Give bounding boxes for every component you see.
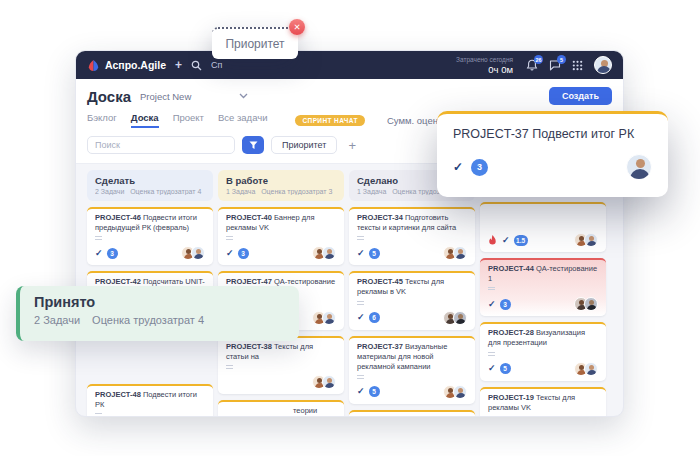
task-id: PROJECT-45 [357,277,405,286]
man-dark-avatar [453,311,467,325]
tab-бэклог[interactable]: Бэклог [87,112,117,128]
task-title: PROJECT-19 Тексты для рекламы VK [488,393,598,413]
search-icon[interactable] [191,60,202,71]
task-card[interactable]: PROJECT-46 Подвести итоги предыдущей РК … [87,207,213,265]
tab-доска[interactable]: Доска [131,112,159,128]
estimate-badge: 3 [471,159,488,176]
avatars [443,311,467,325]
column-meta: 2 Задачи Оценка трудозатрат 4 [95,188,205,195]
task-id: PROJECT-44 [488,264,536,273]
description-icon [226,236,233,241]
man-avatar [322,311,336,325]
check-icon: ✓ [95,249,103,258]
apps-grid-icon[interactable] [572,60,583,71]
accepted-title: Принято [34,294,285,310]
task-card[interactable]: PROJECT-28 Визуализация для презентации✓… [480,322,606,380]
flame-icon [488,235,497,246]
floating-task-title: PROJECT-37 Подвести итог РК [453,127,652,141]
check-icon: ✓ [488,364,496,373]
add-icon[interactable]: + [175,58,182,72]
estimate-badge: 1.5 [514,235,528,246]
accepted-status-card: Принято 2 Задачи Оценка трудозатрат 4 [16,286,299,341]
task-card[interactable]: PROJECT-38 Тексты для статьи на [218,336,344,394]
task-id: PROJECT-28 [488,328,536,337]
task-card[interactable]: PROJECT-19 Тексты для рекламы VK✓1 [480,387,606,418]
task-footer: ✓1.5 [488,233,598,247]
task-title: PROJECT-38 Тексты для статьи на [226,342,336,362]
task-meta: ✓3 [488,299,511,310]
task-id: PROJECT-47 [226,277,274,286]
close-icon[interactable]: ✕ [289,19,305,35]
chat-badge: 5 [557,55,566,64]
man-avatar [453,385,467,399]
filter-button[interactable] [242,136,264,154]
bell-badge: 26 [534,55,543,64]
floating-task-card[interactable]: PROJECT-37 Подвести итог РК ✓ 3 [437,111,668,197]
man-avatar [322,375,336,389]
task-title: PROJECT-45 Тексты для рекламы в VK [357,277,467,297]
task-id: PROJECT-40 [226,213,274,222]
user-avatar[interactable] [594,56,612,74]
task-card[interactable]: PROJECT-23 Итоги РК✓5 [349,410,475,417]
priority-filter-chip[interactable]: Приоритет [271,136,337,154]
task-footer: ✓5 [357,246,467,260]
estimate-badge: 5 [369,386,380,397]
task-card[interactable]: PROJECT-45 Тексты для рекламы в VK✓6 [349,271,475,329]
description-icon [488,287,495,292]
chevron-down-icon[interactable] [239,93,248,99]
task-meta: ✓5 [357,386,380,397]
task-id: PROJECT-42 [95,277,143,286]
task-id: PROJECT-37 [357,342,405,351]
task-id: PROJECT-46 [95,213,143,222]
task-card[interactable]: PROJECT-44 QA-тестирование 1✓3 [480,258,606,316]
avatars [574,362,598,376]
column-meta: 1 Задача Оценка трудозатрат 3 [226,188,336,195]
task-card[interactable]: ✓1.5 [480,202,606,252]
task-card[interactable]: PROJECT-34 Подготовить тексты и картинки… [349,207,475,265]
add-filter-button[interactable]: + [348,138,356,153]
tab-все-задачи[interactable]: Все задачи [218,112,268,128]
avatars [312,246,336,260]
task-card[interactable]: PROJECT-37 Визуальные материалы для ново… [349,336,475,404]
task-footer: ✓5 [488,362,598,376]
time-tracker[interactable]: Затрачено сегодня 0ч 0м [456,56,513,75]
nav-menu-fragment[interactable]: Сп [211,60,222,70]
top-navbar: Аспро.Agile + Сп Затрачено сегодня 0ч 0м… [76,51,623,79]
task-card[interactable]: PROJECT-40 Баннер для рекламы VK✓3 [218,207,344,265]
check-icon: ✓ [357,313,365,322]
task-card[interactable]: теории✓3 [218,400,344,417]
estimate-badge: 3 [500,299,511,310]
search-input[interactable] [87,136,235,154]
task-title: PROJECT-23 Итоги РК [357,416,467,417]
avatars [181,246,205,260]
brand[interactable]: Аспро.Agile [87,59,166,72]
avatars [574,233,598,247]
description-icon [357,375,364,380]
estimate-badge: 3 [107,248,118,259]
estimate-badge: 5 [369,248,380,259]
chat-icon[interactable]: 5 [549,59,561,71]
task-footer: ✓3 [488,297,598,311]
create-button[interactable]: Создать [549,87,612,105]
task-id: PROJECT-19 [488,393,536,402]
column-title: В работе [226,175,336,186]
description-icon [488,352,495,357]
man-avatar [584,233,598,247]
board-column: ✓1.5PROJECT-44 QA-тестирование 1✓3PROJEC… [480,170,606,417]
avatars [574,297,598,311]
board-column: Сделано1 Задача Оценка трудозатрат 3PROJ… [349,170,475,417]
column-header: Сделать2 Задачи Оценка трудозатрат 4 [87,170,213,201]
stage: Аспро.Agile + Сп Затрачено сегодня 0ч 0м… [0,0,700,456]
sprint-status-badge: СПРИНТ НАЧАТ [295,115,364,126]
project-selector[interactable]: Project New [140,91,191,102]
task-footer: ✓5 [357,385,467,399]
check-icon: ✓ [488,300,496,309]
task-footer [226,375,336,389]
task-meta: ✓6 [357,312,380,323]
time-value: 0ч 0м [456,64,513,75]
task-title: PROJECT-48 Подвести итоги РК [95,390,205,410]
task-card[interactable]: PROJECT-48 Подвести итоги РК✓2 [87,384,213,418]
tab-проект[interactable]: Проект [173,112,204,128]
bell-icon[interactable]: 26 [526,59,538,71]
task-meta: ✓1.5 [488,235,528,246]
